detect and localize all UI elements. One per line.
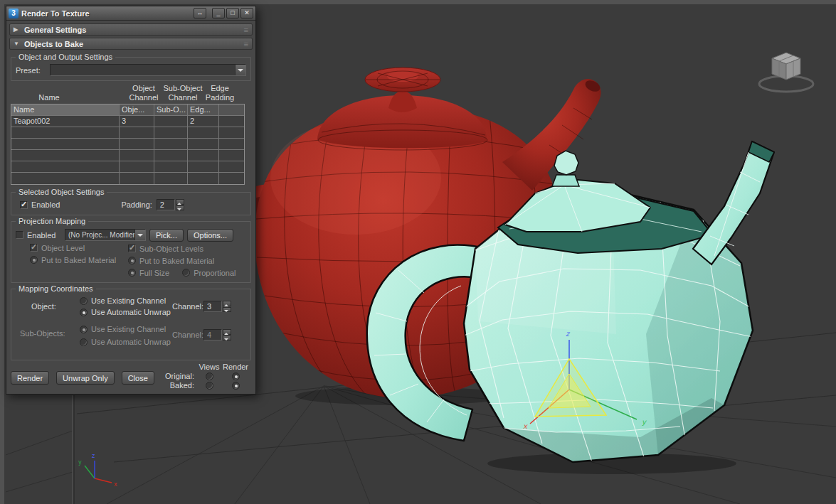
table-row[interactable]: [11, 173, 244, 184]
checkbox-box[interactable]: [16, 231, 23, 239]
table-header-cell[interactable]: Sub-O...: [154, 104, 188, 115]
spin-up-icon[interactable]: [223, 301, 231, 306]
table-cell[interactable]: [154, 139, 188, 149]
radio-dot[interactable]: [80, 309, 88, 316]
table-cell[interactable]: [154, 116, 188, 127]
table-row[interactable]: [11, 150, 244, 161]
table-cell[interactable]: [120, 150, 154, 161]
bake-table[interactable]: NameObje...Sub-O...Edg...Teapot00232: [11, 104, 245, 185]
table-cell[interactable]: [188, 139, 219, 149]
table-cell[interactable]: [11, 161, 120, 172]
table-header-cell[interactable]: Obje...: [120, 104, 154, 115]
spin-up-icon[interactable]: [223, 329, 231, 335]
sub-object-levels-checkbox[interactable]: Sub-Object Levels: [128, 245, 203, 253]
table-cell[interactable]: [219, 173, 244, 184]
projection-modifier-dropdown[interactable]: (No Projec... Modifier): [65, 229, 146, 241]
sub-channel-spinner[interactable]: 4: [203, 329, 231, 341]
proportional-radio[interactable]: Proportional: [182, 269, 236, 277]
radio-dot[interactable]: [80, 338, 88, 346]
rollout-general-settings[interactable]: ▶ General Settings ≡: [9, 23, 253, 36]
spin-down-icon[interactable]: [223, 307, 231, 313]
sub-use-existing-channel-radio[interactable]: Use Existing Channel: [80, 325, 166, 333]
use-existing-channel-radio[interactable]: Use Existing Channel: [80, 296, 166, 305]
table-cell[interactable]: [11, 150, 120, 161]
table-cell[interactable]: [188, 161, 219, 172]
radio-dot[interactable]: [128, 269, 136, 277]
put-to-baked-material-radio-left[interactable]: Put to Baked Material: [30, 256, 116, 264]
table-cell[interactable]: [219, 127, 244, 138]
dropdown-arrow-icon[interactable]: [235, 65, 245, 75]
radio-dot[interactable]: [232, 382, 240, 390]
radio-dot[interactable]: [182, 269, 190, 277]
table-row[interactable]: [11, 127, 244, 139]
use-automatic-unwrap-radio[interactable]: Use Automatic Unwrap: [80, 308, 171, 316]
padding-spinner[interactable]: 2: [157, 199, 184, 210]
radio-dot[interactable]: [80, 326, 88, 333]
table-cell[interactable]: [120, 139, 154, 149]
table-cell[interactable]: Teapot002: [11, 116, 120, 127]
table-cell[interactable]: [120, 161, 154, 172]
dialog-titlebar[interactable]: 3 Render To Texture ↔ _ □ ✕: [6, 6, 255, 21]
options-button[interactable]: Options...: [187, 229, 233, 242]
table-cell[interactable]: [11, 173, 120, 184]
close-button[interactable]: ✕: [240, 8, 253, 18]
checkbox-box[interactable]: [20, 201, 28, 209]
unwrap-only-button[interactable]: Unwrap Only: [56, 371, 115, 385]
preset-dropdown[interactable]: [50, 64, 246, 76]
table-header-cell[interactable]: [219, 104, 244, 115]
radio-dot[interactable]: [206, 372, 213, 380]
baked-views-radio[interactable]: [206, 382, 213, 390]
table-cell[interactable]: [188, 150, 219, 161]
baked-render-radio[interactable]: [232, 382, 240, 390]
table-cell[interactable]: [154, 150, 188, 161]
close-dialog-button[interactable]: Close: [122, 371, 154, 385]
table-cell[interactable]: [154, 127, 188, 138]
pick-button[interactable]: Pick...: [149, 229, 184, 242]
radio-dot[interactable]: [232, 372, 240, 380]
table-cell[interactable]: [11, 127, 120, 138]
checkbox-box[interactable]: [128, 245, 136, 252]
table-row[interactable]: [11, 161, 244, 173]
maximize-button[interactable]: □: [226, 8, 239, 18]
render-button[interactable]: Render: [11, 371, 49, 385]
widen-button[interactable]: ↔: [194, 8, 206, 18]
original-views-radio[interactable]: [206, 372, 213, 380]
table-cell[interactable]: [219, 150, 244, 161]
full-size-radio[interactable]: Full Size: [128, 269, 169, 277]
table-cell[interactable]: [219, 161, 244, 172]
projection-enabled-checkbox[interactable]: Enabled: [16, 231, 61, 240]
table-cell[interactable]: [188, 173, 219, 184]
minimize-button[interactable]: _: [212, 8, 225, 18]
object-level-checkbox[interactable]: Object Level: [30, 244, 85, 252]
sub-use-automatic-unwrap-radio[interactable]: Use Automatic Unwrap: [80, 338, 171, 346]
table-row[interactable]: [11, 139, 244, 150]
table-cell[interactable]: [120, 127, 154, 138]
table-cell[interactable]: [154, 173, 188, 184]
table-cell[interactable]: 3: [120, 116, 154, 127]
sub-channel-value[interactable]: 4: [203, 329, 222, 341]
table-cell[interactable]: [188, 127, 219, 138]
radio-dot[interactable]: [80, 297, 88, 305]
radio-dot[interactable]: [30, 256, 38, 264]
spin-up-icon[interactable]: [176, 199, 184, 205]
table-cell[interactable]: 2: [188, 116, 219, 127]
checkbox-box[interactable]: [30, 244, 38, 252]
table-header-cell[interactable]: Edg...: [188, 104, 219, 115]
enabled-checkbox[interactable]: Enabled: [20, 200, 60, 209]
table-cell[interactable]: [11, 139, 120, 149]
table-cell[interactable]: [219, 139, 244, 149]
channel-value[interactable]: 3: [203, 301, 222, 312]
channel-spinner[interactable]: 3: [203, 301, 231, 312]
spin-down-icon[interactable]: [223, 336, 231, 341]
table-cell[interactable]: [120, 173, 154, 184]
radio-dot[interactable]: [128, 257, 136, 264]
put-to-baked-material-radio-right[interactable]: Put to Baked Material: [128, 257, 214, 265]
rollout-objects-to-bake[interactable]: ▼ Objects to Bake ≡: [9, 38, 253, 50]
table-row[interactable]: Teapot00232: [11, 116, 244, 127]
table-cell[interactable]: [219, 116, 244, 127]
dropdown-arrow-icon[interactable]: [134, 230, 145, 240]
table-header-cell[interactable]: Name: [11, 104, 120, 115]
original-render-radio[interactable]: [232, 372, 240, 380]
spin-down-icon[interactable]: [176, 205, 184, 211]
table-cell[interactable]: [154, 161, 188, 172]
